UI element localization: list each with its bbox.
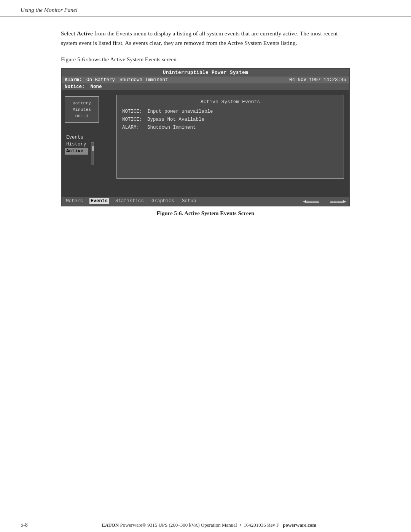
battery-label: Battery Minutes 001.3 bbox=[67, 100, 96, 120]
left-panel: Battery Minutes 001.3 Events History Act… bbox=[62, 90, 111, 197]
event-label-1: NOTICE: bbox=[122, 116, 145, 124]
event-label-2: ALARM: bbox=[122, 124, 145, 132]
arrow-left-icon[interactable]: ◀▬▬▬▬ bbox=[303, 198, 319, 204]
event-text-2: Shutdown Imminent bbox=[147, 124, 196, 132]
right-panel: Active System Events NOTICE: Input power… bbox=[111, 90, 349, 197]
shutdown-label: Shutdown Imminent bbox=[119, 77, 168, 83]
alarm-value: On Battery bbox=[86, 77, 115, 83]
menu-item-history[interactable]: History bbox=[65, 141, 88, 148]
intro-paragraph: Select Active from the Events menu to di… bbox=[61, 29, 350, 48]
scrollbar-thumb bbox=[92, 146, 94, 151]
footer-url: powerware.com bbox=[283, 522, 316, 528]
nav-setup[interactable]: Setup bbox=[181, 198, 198, 204]
bold-active: Active bbox=[77, 30, 93, 37]
event-row-2: ALARM: Shutdown Imminent bbox=[122, 124, 338, 132]
arrow-right-icon[interactable]: ▬▬▬▬▶ bbox=[330, 198, 346, 204]
events-box: Active System Events NOTICE: Input power… bbox=[116, 95, 344, 179]
event-row-0: NOTICE: Input power unavailable bbox=[122, 108, 338, 116]
alarm-label: Alarm: bbox=[65, 77, 82, 83]
event-row-1: NOTICE: Bypass Not Available bbox=[122, 116, 338, 124]
scrollbar-track[interactable] bbox=[91, 142, 94, 165]
nav-arrows: ◀▬▬▬▬ ▬▬▬▬▶ bbox=[303, 198, 346, 204]
date-time: 04 NOV 1997 14:23:45 bbox=[289, 77, 346, 83]
screen-status-bar: Alarm: On Battery Shutdown Imminent 04 N… bbox=[62, 77, 349, 83]
menu-item-events[interactable]: Events bbox=[65, 134, 108, 141]
screen-title: Uninterruptible Power System bbox=[62, 69, 349, 77]
page-footer: 5-8 EATON Powerware® 9315 UPS (200–300 k… bbox=[0, 518, 411, 532]
nav-events[interactable]: Events bbox=[89, 198, 109, 204]
figure-reference: Figure 5-6 shows the Active System Event… bbox=[61, 56, 350, 63]
screen-body: Battery Minutes 001.3 Events History Act… bbox=[62, 90, 349, 197]
event-text-0: Input power unavailable bbox=[147, 108, 213, 116]
nav-graphics[interactable]: Graphics bbox=[150, 198, 175, 204]
event-text-1: Bypass Not Available bbox=[147, 116, 204, 124]
footer-center: EATON Powerware® 9315 UPS (200–300 kVA) … bbox=[102, 522, 316, 528]
status-left: Alarm: On Battery Shutdown Imminent bbox=[65, 77, 168, 83]
ups-screen: Uninterruptible Power System Alarm: On B… bbox=[61, 68, 350, 206]
main-content: Select Active from the Events menu to di… bbox=[0, 17, 411, 518]
page-header: Using the Monitor Panel bbox=[0, 0, 411, 17]
battery-box: Battery Minutes 001.3 bbox=[65, 96, 99, 123]
nav-statistics[interactable]: Statistics bbox=[114, 198, 145, 204]
notice-label: Notice: bbox=[65, 84, 85, 89]
nav-meters[interactable]: Meters bbox=[65, 198, 84, 204]
event-label-0: NOTICE: bbox=[122, 108, 145, 116]
menu-item-active[interactable]: Active bbox=[65, 148, 88, 155]
figure-caption: Figure 5-6. Active System Events Screen bbox=[61, 210, 350, 217]
events-title: Active System Events bbox=[122, 99, 338, 105]
notice-value: None bbox=[88, 84, 102, 89]
screen-nav-bar: Meters Events Statistics Graphics Setup … bbox=[62, 197, 349, 206]
events-menu: Events History Active bbox=[65, 134, 108, 165]
page-number: 5-8 bbox=[21, 522, 28, 528]
screen-notice-bar: Notice: None bbox=[62, 83, 349, 90]
scrollbar[interactable] bbox=[88, 142, 94, 165]
